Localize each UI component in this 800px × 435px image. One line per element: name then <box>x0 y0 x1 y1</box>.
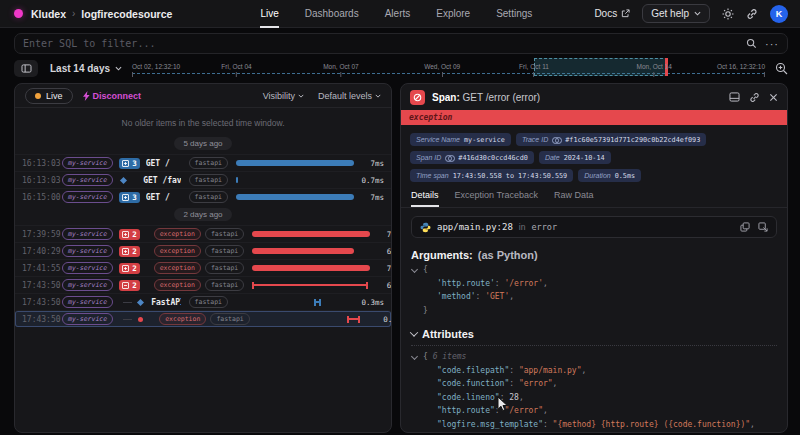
tab-settings[interactable]: Settings <box>496 0 532 28</box>
time-separator: 5 days ago <box>15 134 391 154</box>
tab-dashboards[interactable]: Dashboards <box>305 0 359 28</box>
expand-badge[interactable]: 2 <box>119 263 140 274</box>
meta-label: Span ID <box>416 154 441 161</box>
zoom-in-button[interactable] <box>775 62 788 75</box>
collapse-chevron-icon <box>410 328 418 336</box>
code-segment: , <box>543 279 548 288</box>
breadcrumb-project[interactable]: logfirecodesource <box>81 8 172 20</box>
tab-details[interactable]: Details <box>411 188 439 207</box>
tree-line <box>123 319 132 320</box>
time-ago-pill: 5 days ago <box>174 137 231 150</box>
trace-row[interactable]: 17:40:29my-service2GET /errorexceptionfa… <box>15 242 391 259</box>
meta-pill[interactable]: Span ID#416d30c0ccd46cd0 <box>410 151 534 164</box>
time-range-select[interactable]: Last 14 days <box>50 63 122 74</box>
tab-explore[interactable]: Explore <box>436 0 470 28</box>
span-detail-body: app/main.py:28 in error Arguments: (as P… <box>401 208 787 432</box>
expand-badge[interactable]: 3 <box>119 158 140 169</box>
open-in-editor-icon[interactable] <box>758 222 768 232</box>
exception-tag: exception <box>154 228 201 240</box>
trace-row[interactable]: 17:39:59my-service2GET /errorexceptionfa… <box>15 225 391 242</box>
code-segment: "app/main.py" <box>519 366 582 375</box>
expand-box-icon <box>122 265 129 272</box>
framework-tag: fastapi <box>189 157 228 169</box>
theme-toggle-button[interactable] <box>722 8 734 20</box>
collapse-chevron-icon[interactable] <box>411 266 418 273</box>
dock-panel-icon[interactable] <box>729 92 740 102</box>
code-line: "http.route": "/error", <box>411 404 777 418</box>
attributes-heading[interactable]: Attributes <box>411 328 777 340</box>
code-line: { <box>411 263 777 277</box>
no-older-items-notice: No older items in the selected time wind… <box>15 118 391 128</box>
trace-row[interactable]: 17:41:55my-service2GET /errorexceptionfa… <box>15 259 391 276</box>
collapse-box-icon <box>122 282 129 289</box>
sidebar-toggle-icon <box>21 64 32 73</box>
trace-row[interactable]: 17:43:50my-serviceGET /error (error)exce… <box>15 310 391 327</box>
expand-badge[interactable]: 2 <box>119 229 140 240</box>
default-levels-dropdown[interactable]: Default levels <box>318 91 381 101</box>
expand-badge[interactable]: 2 <box>119 280 140 291</box>
timeline-tick-label: Mon, Oct 07 <box>323 63 358 70</box>
code-location-card[interactable]: app/main.py:28 in error <box>411 216 777 238</box>
service-pill: my-service <box>62 313 113 325</box>
meta-pill[interactable]: Time span17:43:50.558 to 17:43:50.559 <box>410 169 573 182</box>
timeline[interactable]: Oct 02, 12:32:10Fri, Oct 04Mon, Oct 07We… <box>132 58 765 78</box>
meta-pill[interactable]: Trace ID#f1c60e57391d771c290c0b22cd4ef09… <box>516 133 706 146</box>
meta-pill[interactable]: Duration0.5ms <box>578 169 641 182</box>
trace-row[interactable]: 16:15:00my-service3GET /fastapi7ms <box>15 188 391 205</box>
copy-link-icon[interactable] <box>749 92 760 103</box>
tab-live[interactable]: Live <box>260 0 278 28</box>
expand-badge[interactable]: 2 <box>119 246 140 257</box>
code-segment: , <box>519 393 524 402</box>
user-avatar[interactable]: K <box>770 5 788 23</box>
trace-time: 16:13:03 <box>22 159 62 168</box>
collapse-chevron-icon[interactable] <box>411 353 418 360</box>
search-icon[interactable] <box>746 38 757 49</box>
get-help-button[interactable]: Get help <box>642 4 710 23</box>
python-icon <box>420 222 431 233</box>
tab-alerts[interactable]: Alerts <box>385 0 411 28</box>
share-link-button[interactable] <box>746 8 758 20</box>
time-separator: 2 days ago <box>15 205 391 225</box>
disconnect-button[interactable]: Disconnect <box>83 91 142 101</box>
duration-label: 6ms <box>370 281 391 290</box>
timeline-tick: Mon, Oct 07 <box>323 63 358 77</box>
duration-bar <box>236 194 354 200</box>
code-filepath[interactable]: app/main.py:28 <box>437 222 513 232</box>
copy-icon[interactable] <box>740 222 750 232</box>
code-segment: } <box>423 306 428 315</box>
timeline-tick: Oct 02, 12:32:10 <box>132 63 180 77</box>
timeline-tick-label: Fri, Oct 11 <box>519 63 549 70</box>
link-icon <box>445 154 454 161</box>
more-options-icon[interactable]: ··· <box>765 40 779 48</box>
visibility-dropdown[interactable]: Visibility <box>263 91 304 101</box>
framework-tag: fastapi <box>189 174 228 186</box>
trace-row[interactable]: 17:43:50my-service2GET /errorexceptionfa… <box>15 276 391 293</box>
sql-filter-box[interactable]: ··· <box>14 33 788 54</box>
meta-pill[interactable]: Service Namemy-service <box>410 133 511 146</box>
meta-pill[interactable]: Date2024-10-14 <box>539 151 611 164</box>
attributes-heading-label: Attributes <box>422 328 474 340</box>
nav-tabs: LiveDashboardsAlertsExploreSettings <box>260 0 532 28</box>
docs-link[interactable]: Docs <box>594 8 630 19</box>
trace-row[interactable]: 17:43:50my-serviceFastAPI argumentsfasta… <box>15 293 391 310</box>
close-icon[interactable] <box>769 93 778 102</box>
code-segment: 'http.route' <box>437 279 495 288</box>
service-pill: my-service <box>62 228 113 240</box>
code-line: "method": "GET", <box>411 431 777 432</box>
expand-badge[interactable]: 3 <box>119 192 140 203</box>
sidebar-toggle-button[interactable] <box>14 60 38 77</box>
timeline-tick-label: Oct 02, 12:32:10 <box>132 63 180 70</box>
breadcrumb-org[interactable]: Kludex <box>31 8 66 20</box>
sql-filter-input[interactable] <box>23 38 746 49</box>
arguments-subheading: (as Python) <box>478 249 538 261</box>
expand-box-icon <box>122 231 129 238</box>
trace-time: 16:15:00 <box>22 193 62 202</box>
trace-row[interactable]: 16:13:03my-serviceGET /favicon.icofastap… <box>15 171 391 188</box>
trace-row[interactable]: 16:13:03my-service3GET /fastapi7ms <box>15 154 391 171</box>
timeline-tick: Oct 16, 12:32:10 <box>717 63 765 77</box>
tab-raw-data[interactable]: Raw Data <box>554 188 594 207</box>
duration-track <box>236 298 354 307</box>
code-line: "code.filepath": "app/main.py", <box>411 364 777 378</box>
live-toggle[interactable]: Live <box>25 88 73 104</box>
tab-exception-traceback[interactable]: Exception Traceback <box>455 188 539 207</box>
